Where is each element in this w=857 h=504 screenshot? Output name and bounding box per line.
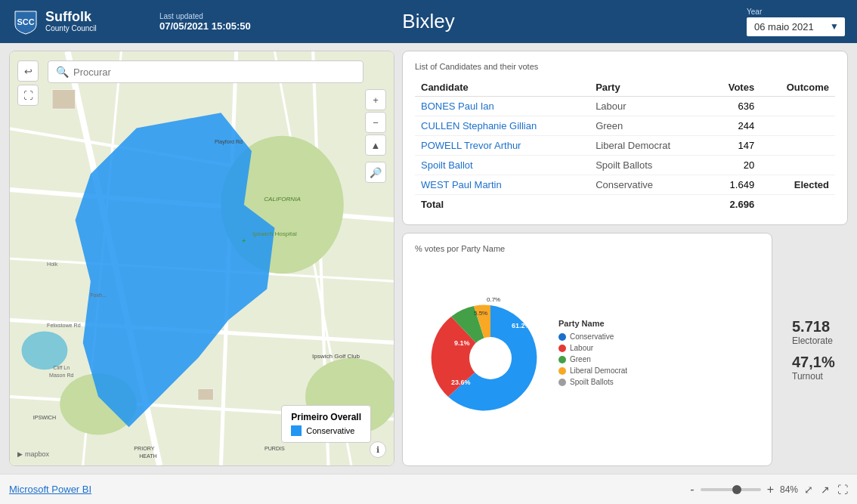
candidate-outcome <box>760 156 835 175</box>
svg-text:PRIORY: PRIORY <box>134 446 154 452</box>
map-legend-color-box <box>291 425 302 436</box>
legend-party-label: Conservative <box>570 332 614 341</box>
svg-text:Mason Rd: Mason Rd <box>49 373 73 379</box>
candidate-votes: 20 <box>708 156 760 175</box>
map-search-bar[interactable]: 🔍 <box>48 60 364 83</box>
table-row: WEST Paul Martin Conservative 1.649 Elec… <box>415 175 835 195</box>
fullscreen-icon[interactable]: ⛶ <box>837 484 848 496</box>
table-row: CULLEN Stephanie Gillian Green 244 <box>415 116 835 136</box>
page-title: Bixley <box>402 10 454 33</box>
logo-county-text: County Council <box>45 24 97 33</box>
map-north-button[interactable]: ▲ <box>365 135 386 156</box>
table-row: Spoilt Ballot Spoilt Ballots 20 <box>415 156 835 175</box>
map-legend-party: Conservative <box>306 426 354 435</box>
chart-body: 61.2% 23.6% 9.1% 5.5% 0.7% Party Name <box>415 258 760 450</box>
turnout-value: 47,1% <box>792 354 836 370</box>
col-outcome: Outcome <box>760 79 835 97</box>
legend-item: Labour <box>558 344 627 352</box>
map-controls-left: ↩ ⛶ <box>17 60 39 106</box>
svg-text:Ipswich Golf Club: Ipswich Golf Club <box>312 353 360 360</box>
electorate-stat: 5.718 Electorate <box>792 318 836 346</box>
chart-title: % votes por Party Name <box>415 244 760 253</box>
candidate-name: Spoilt Ballot <box>415 156 589 175</box>
turnout-stat: 47,1% Turnout <box>792 354 836 382</box>
svg-text:CALIFORNIA: CALIFORNIA <box>264 196 301 203</box>
last-updated-block: Last updated 07/05/2021 15:05:50 <box>159 12 251 32</box>
legend-item: Conservative <box>558 332 627 341</box>
svg-text:9.1%: 9.1% <box>454 339 470 347</box>
map-info-button[interactable]: ℹ <box>370 441 386 458</box>
map-fullscreen-button[interactable]: ⛶ <box>17 85 39 106</box>
zoom-controls: - + 84% ⤢ ↗ ⛶ <box>690 483 848 496</box>
search-icon: 🔍 <box>56 66 69 78</box>
legend-item: Spoilt Ballots <box>558 378 627 386</box>
zoom-slider-thumb[interactable] <box>732 485 741 494</box>
candidate-votes: 147 <box>708 136 760 156</box>
candidates-tbody: BONES Paul Ian Labour 636 CULLEN Stephan… <box>415 97 835 215</box>
stats-panel: 5.718 Electorate 47,1% Turnout <box>780 233 848 466</box>
map-background[interactable]: CALIFORNIA Holk IPSWICH PRIORY HEATH PUR… <box>10 51 394 465</box>
suffolk-logo-icon: SCC <box>12 8 39 36</box>
svg-point-16 <box>22 331 68 369</box>
candidate-outcome <box>760 97 835 116</box>
header: SCC Suffolk County Council Last updated … <box>0 0 857 43</box>
legend-dot <box>558 356 566 363</box>
legend-dot <box>558 333 566 341</box>
map-svg: CALIFORNIA Holk IPSWICH PRIORY HEATH PUR… <box>10 51 394 465</box>
zoom-minus-button[interactable]: - <box>690 483 694 496</box>
svg-text:Holk: Holk <box>47 261 58 267</box>
year-select[interactable]: 06 maio 2021 <box>747 17 845 36</box>
table-row: POWELL Trevor Arthur Liberal Democrat 14… <box>415 136 835 156</box>
candidates-panel: List of Candidates and their votes Candi… <box>402 51 848 225</box>
candidate-party: Labour <box>589 97 708 116</box>
legend-dot <box>558 379 566 386</box>
zoom-slider[interactable] <box>701 488 761 491</box>
map-zoom-in-button[interactable]: + <box>365 89 386 110</box>
turnout-label: Turnout <box>792 371 836 382</box>
map-magnify-button[interactable]: 🔎 <box>365 162 386 183</box>
candidate-party: Liberal Democrat <box>589 136 708 156</box>
svg-point-34 <box>469 337 512 379</box>
pie-container: 61.2% 23.6% 9.1% 5.5% 0.7% <box>415 294 551 415</box>
mapbox-label: mapbox <box>25 450 49 458</box>
svg-text:SCC: SCC <box>17 17 34 26</box>
total-row: Total 2.696 <box>415 195 835 215</box>
svg-text:Felixstowe Rd: Felixstowe Rd <box>47 323 81 329</box>
legend-items: Conservative Labour Green Liberal Democr… <box>558 332 627 386</box>
powerbi-link[interactable]: Microsoft Power BI <box>9 484 91 495</box>
legend-party-label: Green <box>570 355 591 363</box>
svg-text:Foxh...: Foxh... <box>90 292 107 298</box>
zoom-plus-button[interactable]: + <box>767 483 774 496</box>
map-zoom-out-button[interactable]: − <box>365 112 386 133</box>
year-select-wrapper[interactable]: 06 maio 2021 ▼ <box>747 17 845 36</box>
bottom-bar: Microsoft Power BI - + 84% ⤢ ↗ ⛶ <box>0 474 857 504</box>
col-candidate: Candidate <box>415 79 589 97</box>
svg-text:61.2%: 61.2% <box>512 322 531 329</box>
candidate-outcome: Elected <box>760 175 835 195</box>
logo-suffolk-text: Suffolk <box>45 10 97 25</box>
svg-text:5.5%: 5.5% <box>474 310 487 317</box>
candidate-name: POWELL Trevor Arthur <box>415 136 589 156</box>
expand-icon[interactable]: ⤢ <box>804 484 813 496</box>
chart-legend-title: Party Name <box>558 319 627 328</box>
total-votes: 2.696 <box>708 195 760 215</box>
share-icon[interactable]: ↗ <box>821 484 830 496</box>
legend-party-label: Spoilt Ballots <box>570 378 614 386</box>
svg-text:Ipswich Hospital: Ipswich Hospital <box>252 230 297 237</box>
mapbox-attribution: ▶ mapbox <box>17 450 49 458</box>
map-reset-button[interactable]: ↩ <box>17 60 39 82</box>
map-legend-item: Conservative <box>291 425 361 436</box>
svg-text:PURDIS: PURDIS <box>265 446 285 452</box>
logo-area: SCC Suffolk County Council <box>12 8 152 36</box>
map-controls-right: + − ▲ 🔎 <box>365 89 386 183</box>
svg-rect-19 <box>198 389 213 400</box>
legend-dot <box>558 345 566 352</box>
table-row: BONES Paul Ian Labour 636 <box>415 97 835 116</box>
legend-dot <box>558 367 566 375</box>
svg-text:IPSWICH: IPSWICH <box>33 415 56 421</box>
year-control: Year 06 maio 2021 ▼ <box>747 8 845 36</box>
last-updated-label: Last updated <box>159 12 251 20</box>
search-input[interactable] <box>73 66 355 78</box>
bottom-row: % votes por Party Name <box>402 233 848 466</box>
pie-chart-svg: 61.2% 23.6% 9.1% 5.5% 0.7% <box>415 294 566 422</box>
